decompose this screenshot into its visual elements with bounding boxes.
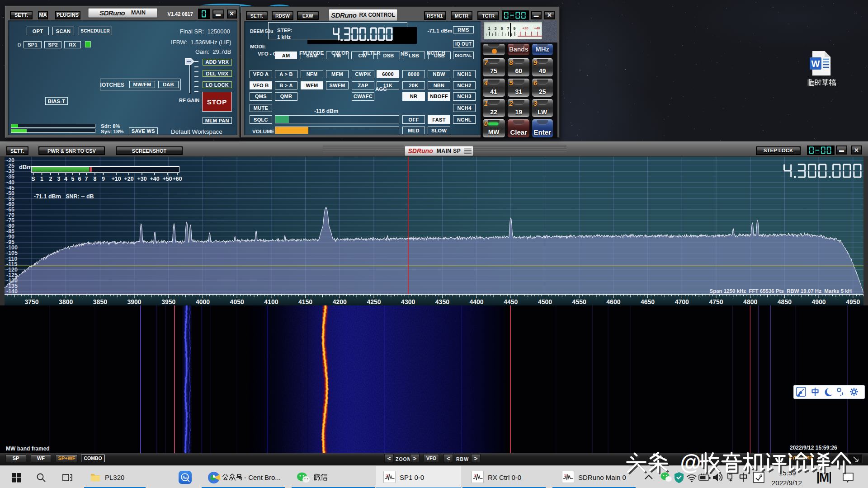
svg-text:S: S (31, 175, 35, 182)
svg-text:4250: 4250 (367, 298, 381, 305)
svg-text:2: 2 (49, 175, 52, 182)
svg-text:4400: 4400 (470, 298, 484, 305)
svg-text:4450: 4450 (504, 298, 518, 305)
svg-text:4600: 4600 (606, 298, 620, 305)
svg-text:+20: +20 (124, 175, 133, 182)
svg-text:8: 8 (94, 175, 97, 182)
svg-text:9: 9 (513, 26, 515, 31)
svg-text:4550: 4550 (572, 298, 586, 305)
svg-text:6: 6 (78, 175, 81, 182)
svg-text:1: 1 (488, 26, 490, 31)
svg-text:Aa: Aa (182, 475, 188, 479)
svg-text:5: 5 (500, 26, 503, 31)
svg-text:7: 7 (85, 175, 88, 182)
svg-text:4350: 4350 (435, 298, 449, 305)
svg-text:9: 9 (102, 175, 105, 182)
svg-text:W: W (811, 59, 820, 69)
svg-text:@: @ (680, 450, 701, 474)
svg-text:+30: +30 (137, 175, 146, 182)
svg-text:4000: 4000 (196, 298, 210, 305)
svg-text:3950: 3950 (161, 298, 175, 305)
svg-text:4850: 4850 (778, 298, 792, 305)
svg-text:4050: 4050 (230, 298, 244, 305)
svg-text:4: 4 (64, 175, 67, 182)
svg-text:4300: 4300 (401, 298, 415, 305)
svg-text:3750: 3750 (24, 298, 38, 305)
svg-text:4200: 4200 (333, 298, 347, 305)
svg-text:+50: +50 (162, 175, 172, 182)
svg-text:4150: 4150 (298, 298, 312, 305)
svg-text:+20: +20 (522, 26, 528, 30)
svg-text:+40: +40 (150, 175, 159, 182)
svg-text:4950: 4950 (846, 298, 860, 305)
svg-text:1: 1 (40, 175, 43, 182)
svg-text:3: 3 (494, 26, 496, 31)
svg-text:4500: 4500 (538, 298, 552, 305)
svg-text:4800: 4800 (743, 298, 757, 305)
svg-text:+10: +10 (111, 175, 121, 182)
svg-text:3: 3 (57, 175, 61, 182)
svg-text:3800: 3800 (59, 298, 73, 305)
svg-text:4750: 4750 (709, 298, 723, 305)
svg-text:3900: 3900 (127, 298, 142, 305)
svg-text:3850: 3850 (93, 298, 107, 305)
svg-text:4100: 4100 (264, 298, 278, 305)
svg-text:4650: 4650 (641, 298, 655, 305)
svg-text:+60: +60 (172, 175, 182, 182)
svg-text:+40: +40 (534, 26, 540, 30)
svg-text:5: 5 (71, 175, 75, 182)
svg-text:4700: 4700 (675, 298, 689, 305)
svg-text:7: 7 (507, 26, 509, 31)
svg-text:- Cent Bro...: - Cent Bro... (244, 474, 281, 481)
svg-text:4900: 4900 (812, 298, 826, 305)
